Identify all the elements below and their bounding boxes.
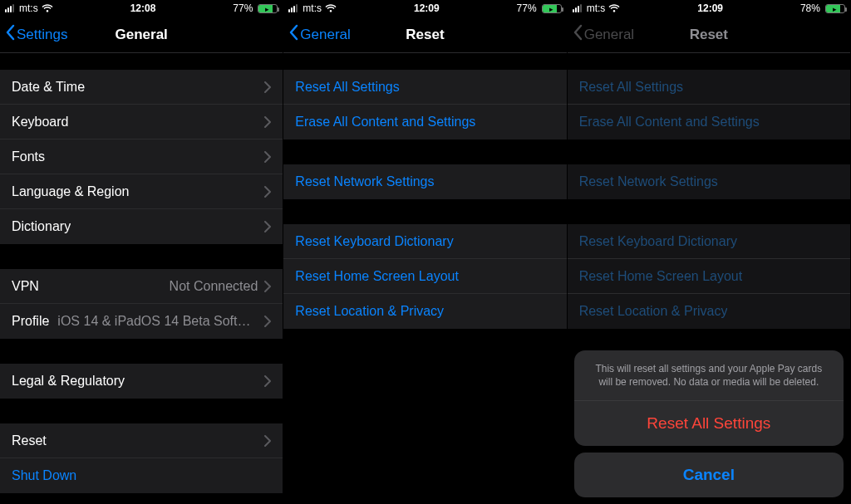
screen-reset: mt:s 12:09 77% ▸ General Reset Reset All…: [283, 0, 567, 504]
row-shut-down[interactable]: Shut Down: [0, 458, 283, 493]
battery-pct-label: 77%: [517, 2, 537, 14]
battery-icon: ▸: [542, 4, 562, 13]
settings-list: Date & TimeKeyboardFontsLanguage & Regio…: [0, 53, 283, 504]
chevron-right-icon: [264, 316, 271, 327]
back-button: General: [568, 24, 634, 45]
row-keyboard[interactable]: Keyboard: [0, 105, 283, 139]
chevron-right-icon: [264, 435, 271, 447]
row-profile[interactable]: ProfileiOS 14 & iPadOS 14 Beta Softwar..…: [0, 304, 283, 339]
row-dictionary[interactable]: Dictionary: [0, 209, 283, 244]
battery-pct-label: 77%: [233, 2, 253, 14]
row-label: Reset All Settings: [295, 80, 399, 95]
chevron-right-icon: [264, 116, 271, 128]
chevron-right-icon: [264, 221, 271, 232]
row-reset[interactable]: Reset: [0, 423, 283, 458]
battery-icon: ▸: [825, 4, 845, 13]
clock-label: 12:09: [697, 2, 723, 14]
row-label: Reset: [12, 433, 47, 448]
battery-icon: ▸: [258, 4, 278, 13]
settings-list: Reset All SettingsErase All Content and …: [283, 53, 566, 504]
cancel-button[interactable]: Cancel: [574, 453, 844, 497]
row-reset-location-privacy: Reset Location & Privacy: [568, 294, 850, 329]
clock-label: 12:08: [130, 2, 156, 14]
row-label: Erase All Content and Settings: [579, 115, 760, 130]
row-vpn[interactable]: VPNNot Connected: [0, 269, 283, 304]
row-fonts[interactable]: Fonts: [0, 139, 283, 174]
carrier-label: mt:s: [587, 2, 606, 14]
row-reset-keyboard-dictionary: Reset Keyboard Dictionary: [568, 224, 850, 259]
wifi-icon: [325, 4, 337, 12]
row-date-time[interactable]: Date & Time: [0, 70, 283, 105]
clock-label: 12:09: [414, 2, 440, 14]
status-bar: mt:s 12:08 77% ▸: [0, 0, 283, 17]
nav-bar: General Reset: [283, 17, 566, 53]
row-reset-all-settings[interactable]: Reset All Settings: [283, 70, 566, 105]
row-reset-network-settings: Reset Network Settings: [568, 164, 850, 199]
nav-bar: Settings General: [0, 17, 283, 53]
wifi-icon: [42, 4, 53, 12]
action-sheet: This will reset all settings and your Ap…: [574, 350, 844, 497]
action-sheet-card: This will reset all settings and your Ap…: [574, 350, 844, 446]
row-label: Legal & Regulatory: [12, 374, 125, 389]
row-detail: Not Connected: [47, 279, 258, 294]
chevron-left-icon: [288, 24, 298, 45]
back-label: General: [300, 27, 350, 43]
status-bar: mt:s 12:09 77% ▸: [283, 0, 566, 17]
row-label: Profile: [12, 314, 49, 329]
reset-all-settings-confirm-button[interactable]: Reset All Settings: [574, 401, 844, 446]
chevron-right-icon: [264, 186, 271, 198]
screen-reset-confirm: mt:s 12:09 78% ▸ General Reset Reset All…: [568, 0, 851, 504]
row-reset-home-screen-layout[interactable]: Reset Home Screen Layout: [283, 259, 566, 294]
chevron-right-icon: [264, 81, 271, 93]
carrier-label: mt:s: [303, 2, 322, 14]
row-detail: iOS 14 & iPadOS 14 Beta Softwar...: [57, 314, 258, 329]
row-language-region[interactable]: Language & Region: [0, 174, 283, 209]
row-reset-network-settings[interactable]: Reset Network Settings: [283, 164, 566, 199]
row-label: Reset All Settings: [579, 80, 683, 95]
row-label: Reset Home Screen Layout: [579, 269, 743, 284]
row-reset-all-settings: Reset All Settings: [568, 70, 850, 105]
row-label: Reset Location & Privacy: [579, 304, 728, 319]
chevron-left-icon: [573, 24, 583, 45]
row-label: Shut Down: [12, 468, 76, 483]
row-label: Reset Home Screen Layout: [295, 269, 459, 284]
wifi-icon: [608, 4, 620, 12]
back-label: Settings: [17, 27, 67, 43]
signal-icon: [5, 4, 14, 12]
row-label: Reset Network Settings: [579, 174, 718, 189]
row-label: Erase All Content and Settings: [295, 115, 475, 130]
screen-general: mt:s 12:08 77% ▸ Settings General Date &…: [0, 0, 283, 504]
row-label: Language & Region: [12, 184, 129, 199]
back-button[interactable]: General: [283, 24, 350, 45]
row-label: Reset Network Settings: [295, 174, 434, 189]
row-label: Reset Keyboard Dictionary: [295, 234, 453, 249]
row-legal-regulatory[interactable]: Legal & Regulatory: [0, 364, 283, 399]
row-label: Dictionary: [12, 219, 71, 234]
row-label: Date & Time: [12, 80, 85, 95]
row-reset-location-privacy[interactable]: Reset Location & Privacy: [283, 294, 566, 329]
signal-icon: [573, 4, 582, 12]
chevron-right-icon: [264, 281, 271, 292]
row-label: Keyboard: [12, 115, 69, 130]
chevron-right-icon: [264, 375, 271, 387]
row-label: VPN: [12, 279, 39, 294]
row-label: Fonts: [12, 149, 45, 164]
back-label: General: [584, 27, 634, 43]
row-reset-home-screen-layout: Reset Home Screen Layout: [568, 259, 850, 294]
row-erase-all-content-and-settings[interactable]: Erase All Content and Settings: [283, 105, 566, 139]
battery-pct-label: 78%: [800, 2, 820, 14]
row-label: Reset Location & Privacy: [295, 304, 444, 319]
row-label: Reset Keyboard Dictionary: [579, 234, 737, 249]
row-reset-keyboard-dictionary[interactable]: Reset Keyboard Dictionary: [283, 224, 566, 259]
chevron-right-icon: [264, 151, 271, 163]
nav-bar: General Reset: [568, 17, 850, 53]
chevron-left-icon: [5, 24, 15, 45]
status-bar: mt:s 12:09 78% ▸: [568, 0, 850, 17]
carrier-label: mt:s: [19, 2, 38, 14]
sheet-message: This will reset all settings and your Ap…: [574, 350, 844, 401]
row-erase-all-content-and-settings: Erase All Content and Settings: [568, 105, 850, 139]
back-button[interactable]: Settings: [0, 24, 67, 45]
signal-icon: [288, 4, 298, 12]
